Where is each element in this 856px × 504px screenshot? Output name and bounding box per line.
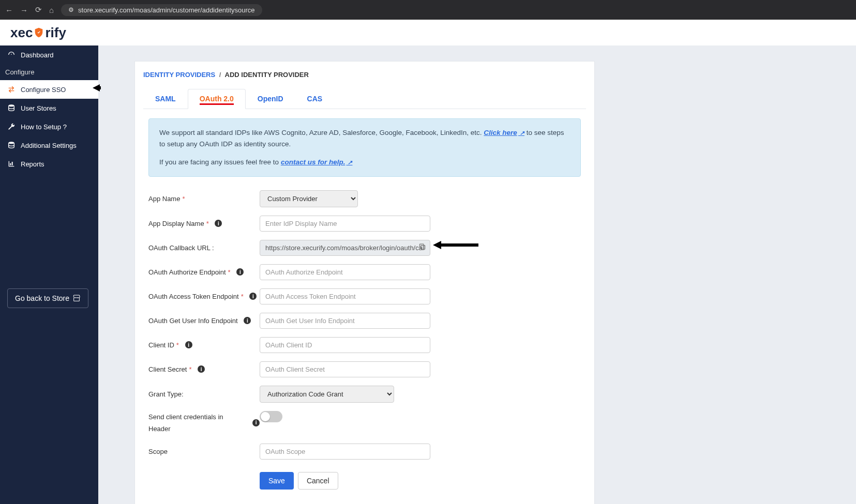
- logo[interactable]: xec rify: [10, 25, 66, 41]
- sidebar-label: How to Setup ?: [21, 123, 91, 131]
- tab-cas[interactable]: CAS: [295, 89, 335, 109]
- row-scope: Scope: [143, 440, 586, 463]
- sidebar-label: User Stores: [21, 104, 91, 112]
- database-icon: [7, 141, 16, 149]
- help-icon[interactable]: i: [236, 268, 244, 276]
- tab-oauth[interactable]: OAuth 2.0: [188, 89, 246, 109]
- main-content: IDENTITY PROVIDERS / ADD IDENTITY PROVID…: [98, 45, 856, 504]
- row-authorize-endpoint: OAuth Authorize Endpoint* i: [143, 261, 586, 283]
- tabs: SAML OAuth 2.0 OpenID CAS: [143, 89, 586, 109]
- help-icon[interactable]: i: [249, 293, 257, 300]
- sidebar-item-additional-settings[interactable]: Additional Settings: [0, 136, 98, 155]
- home-icon[interactable]: ⌂: [49, 6, 54, 14]
- authorize-endpoint-input[interactable]: [260, 264, 430, 280]
- sidebar-item-dashboard[interactable]: Dashboard: [0, 45, 98, 64]
- sso-icon: [7, 85, 16, 94]
- database-icon: [7, 104, 16, 112]
- svg-point-1: [9, 104, 14, 106]
- row-display-name: App Display Name* i: [143, 212, 586, 235]
- back-icon[interactable]: ←: [5, 6, 13, 14]
- tab-openid[interactable]: OpenID: [246, 89, 295, 109]
- external-link-icon: ↗: [518, 130, 524, 136]
- client-secret-input[interactable]: [260, 361, 430, 377]
- sidebar-label: Dashboard: [21, 51, 91, 59]
- grant-type-select[interactable]: Authorization Code Grant: [260, 386, 394, 403]
- info-box: We support all standard IDPs like AWS Co…: [148, 118, 581, 177]
- help-icon[interactable]: i: [215, 220, 222, 227]
- content-card: IDENTITY PROVIDERS / ADD IDENTITY PROVID…: [134, 61, 595, 504]
- save-button[interactable]: Save: [260, 472, 294, 490]
- cancel-button[interactable]: Cancel: [298, 472, 338, 490]
- site-tune-icon: ⚙: [68, 6, 74, 13]
- row-send-header: Send client credentials in Header i: [143, 408, 586, 438]
- svg-marker-4: [433, 241, 478, 249]
- sidebar-item-user-stores[interactable]: User Stores: [0, 99, 98, 117]
- row-app-name: App Name* Custom Provider: [143, 187, 586, 210]
- url-bar[interactable]: ⚙ store.xecurify.com/moas/admin/customer…: [61, 4, 262, 16]
- help-icon[interactable]: i: [185, 341, 192, 348]
- wrench-icon: [7, 123, 16, 131]
- help-icon[interactable]: i: [198, 365, 205, 373]
- sidebar: Dashboard Configure Configure SSO User S…: [0, 45, 98, 504]
- row-token-endpoint: OAuth Access Token Endpoint* i: [143, 285, 586, 308]
- row-client-id: Client ID* i: [143, 334, 586, 356]
- svg-point-2: [9, 142, 14, 144]
- row-callback-url: OAuth Callback URL :: [143, 237, 586, 259]
- shield-icon: [33, 27, 44, 38]
- forward-icon[interactable]: →: [20, 6, 28, 14]
- button-row: Save Cancel: [143, 472, 586, 490]
- client-id-input[interactable]: [260, 337, 430, 353]
- callback-url-input[interactable]: [260, 240, 430, 256]
- chart-icon: [7, 160, 16, 168]
- send-header-toggle[interactable]: [260, 411, 282, 422]
- tab-saml[interactable]: SAML: [143, 89, 188, 109]
- external-link-icon: ↗: [346, 159, 352, 165]
- annotation-arrow: [433, 240, 479, 250]
- sidebar-label: Additional Settings: [21, 142, 91, 149]
- breadcrumb: IDENTITY PROVIDERS / ADD IDENTITY PROVID…: [143, 71, 586, 79]
- row-userinfo-endpoint: OAuth Get User Info Endpoint i: [143, 310, 586, 332]
- sidebar-item-configure-sso[interactable]: Configure SSO: [0, 80, 98, 99]
- sidebar-label: Configure SSO: [21, 86, 91, 94]
- row-client-secret: Client Secret* i: [143, 358, 586, 380]
- click-here-link[interactable]: Click here ↗: [484, 129, 524, 136]
- svg-rect-3: [421, 246, 425, 250]
- token-endpoint-input[interactable]: [260, 288, 430, 304]
- app-name-select[interactable]: Custom Provider: [260, 190, 358, 207]
- url-text: store.xecurify.com/moas/admin/customer/a…: [78, 6, 255, 14]
- sidebar-label: Reports: [21, 160, 91, 168]
- breadcrumb-link[interactable]: IDENTITY PROVIDERS: [143, 71, 215, 79]
- sidebar-section-configure: Configure: [0, 64, 98, 80]
- reload-icon[interactable]: ⟳: [35, 5, 42, 14]
- copy-icon[interactable]: [418, 243, 426, 253]
- dashboard-icon: [7, 51, 16, 59]
- logo-bar: xec rify: [0, 20, 856, 45]
- go-back-to-store-button[interactable]: Go back to Store: [7, 288, 88, 308]
- userinfo-endpoint-input[interactable]: [260, 313, 430, 329]
- help-icon[interactable]: i: [244, 317, 251, 324]
- sidebar-item-reports[interactable]: Reports: [0, 155, 98, 173]
- row-grant-type: Grant Type: Authorization Code Grant: [143, 383, 586, 406]
- store-icon: [72, 294, 81, 302]
- contact-link[interactable]: contact us for help. ↗: [281, 158, 353, 166]
- help-icon[interactable]: i: [252, 419, 260, 426]
- display-name-input[interactable]: [260, 216, 430, 232]
- browser-chrome: ← → ⟳ ⌂ ⚙ store.xecurify.com/moas/admin/…: [0, 0, 856, 20]
- sidebar-item-how-to-setup[interactable]: How to Setup ?: [0, 117, 98, 136]
- breadcrumb-current: ADD IDENTITY PROVIDER: [225, 71, 309, 79]
- scope-input[interactable]: [260, 444, 430, 460]
